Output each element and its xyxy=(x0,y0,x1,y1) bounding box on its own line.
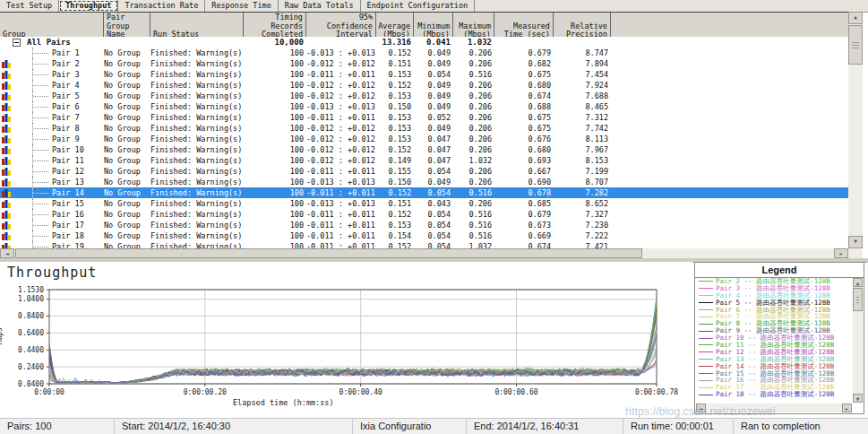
cell-filler xyxy=(611,220,848,230)
cell-minimum: 0.047 xyxy=(414,144,453,155)
column-header-pair-group-name[interactable]: Pair Group Name xyxy=(104,13,150,40)
cell-records: 100 xyxy=(244,230,306,241)
table-row-pair-7[interactable]: Pair 7No GroupFinished: Warning(s)100-0.… xyxy=(0,112,848,123)
scroll-left-button[interactable]: ◄ xyxy=(696,404,706,412)
column-header-confidence[interactable]: 95% Confidence Interval xyxy=(306,13,376,40)
legend-line-sample xyxy=(699,366,713,367)
table-row-pair-8[interactable]: Pair 8No GroupFinished: Warning(s)100-0.… xyxy=(0,123,848,134)
cell-confidence-interval: -0.011 : +0.011 xyxy=(306,220,376,230)
cell-measured-time: 0.667 xyxy=(494,166,554,177)
table-row-pair-1[interactable]: Pair 1No GroupFinished: Warning(s)100-0.… xyxy=(0,48,848,58)
group-cell: Pair 18 xyxy=(0,230,104,241)
group-cell: Pair 7 xyxy=(0,112,104,123)
collapse-icon[interactable] xyxy=(13,39,21,47)
cell-records: 100 xyxy=(244,48,306,58)
cell-filler xyxy=(611,187,848,198)
scroll-down-button[interactable]: ▼ xyxy=(853,394,863,403)
cell-confidence-interval: -0.011 : +0.011 xyxy=(306,69,376,80)
table-row-pair-15[interactable]: Pair 15No GroupFinished: Warning(s)100-0… xyxy=(0,198,848,209)
cell-maximum: 0.516 xyxy=(453,220,494,230)
scroll-right-button[interactable]: ► xyxy=(842,404,852,412)
cell-group: No Group xyxy=(104,187,150,198)
table-row-pair-19[interactable]: Pair 19No GroupFinished: Warning(s)100-0… xyxy=(0,241,848,248)
table-row-pair-5[interactable]: Pair 5No GroupFinished: Warning(s)100-0.… xyxy=(0,91,848,101)
cell-filler xyxy=(611,198,848,209)
column-header-timing-records[interactable]: Timing Records Completed xyxy=(244,13,306,40)
table-row-pair-18[interactable]: Pair 18No GroupFinished: Warning(s)100-0… xyxy=(0,230,848,241)
column-header-precision[interactable]: Relative Precision xyxy=(554,13,611,40)
table-row-all-pairs[interactable]: All Pairs 10,000 13.316 0.041 1.032 xyxy=(0,37,848,48)
status-completion: Ran to completion xyxy=(734,419,868,434)
table-row-pair-9[interactable]: Pair 9No GroupFinished: Warning(s)100-0.… xyxy=(0,134,848,144)
y-tick-label: 0.4400 xyxy=(18,346,44,354)
tree-line xyxy=(33,236,48,237)
group-cell: Pair 4 xyxy=(0,80,104,91)
legend-line-sample xyxy=(699,288,713,289)
table-row-pair-16[interactable]: Pair 16No GroupFinished: Warning(s)100-0… xyxy=(0,209,848,220)
tree-line xyxy=(33,193,48,194)
cell-precision: 8.113 xyxy=(554,134,611,144)
cell-minimum: 0.054 xyxy=(414,220,453,230)
cell-average: 0.153 xyxy=(376,69,414,80)
column-header-minimum[interactable]: Minimum (Mbps) xyxy=(414,13,453,40)
scrollbar-thumb[interactable] xyxy=(848,25,863,65)
cell-run-status: Finished: Warning(s) xyxy=(150,58,244,69)
cell-average: 0.153 xyxy=(376,112,414,123)
pair-name: Pair 11 xyxy=(52,155,84,166)
scroll-down-button[interactable]: ▼ xyxy=(848,236,863,248)
scroll-up-button[interactable]: ▲ xyxy=(853,278,863,287)
cell-measured-time: 0.679 xyxy=(494,209,554,220)
pair-name: Pair 5 xyxy=(52,91,80,101)
scrollbar-thumb[interactable] xyxy=(853,288,863,311)
cell-measured-time: 0.690 xyxy=(494,177,554,187)
pair-name: Pair 15 xyxy=(52,198,84,209)
cell-maximum: 0.206 xyxy=(453,134,494,144)
legend-horizontal-scrollbar[interactable]: ◄ ► xyxy=(696,404,852,412)
table-vertical-scrollbar[interactable]: ▲ ▼ xyxy=(848,12,863,248)
cell-confidence-interval: -0.011 : +0.011 xyxy=(306,241,376,248)
scrollbar-corner xyxy=(848,248,863,258)
cell-group: No Group xyxy=(104,123,150,134)
group-cell: Pair 6 xyxy=(0,101,104,112)
column-header-maximum[interactable]: Maximum (Mbps) xyxy=(453,13,494,40)
table-row-pair-14[interactable]: Pair 14No GroupFinished: Warning(s)100-0… xyxy=(0,187,848,198)
cell-measured-time: 0.682 xyxy=(494,58,554,69)
scrollbar-thumb[interactable] xyxy=(15,248,642,258)
tab-throughput[interactable]: Throughput xyxy=(59,0,118,12)
legend-item-pair-18[interactable]: Pair 18 -- 路由器吞吐量测试-128B xyxy=(697,391,851,398)
status-run-time: Run time: 00:00:01 xyxy=(623,419,734,434)
legend-title: Legend xyxy=(695,263,864,278)
cell-filler xyxy=(611,144,848,155)
table-horizontal-scrollbar[interactable]: ◄ ► xyxy=(0,248,848,258)
table-row-pair-10[interactable]: Pair 10No GroupFinished: Warning(s)100-0… xyxy=(0,144,848,155)
cell-maximum: 0.206 xyxy=(453,58,494,69)
group-cell: Pair 17 xyxy=(0,220,104,230)
table-row-pair-3[interactable]: Pair 3No GroupFinished: Warning(s)100-0.… xyxy=(0,69,848,80)
tree-line xyxy=(33,150,48,151)
tab-transaction-rate[interactable]: Transaction Rate xyxy=(118,0,205,12)
legend-vertical-scrollbar[interactable]: ▲ ▼ xyxy=(853,278,863,403)
scroll-right-button[interactable]: ► xyxy=(834,248,848,258)
tab-test-setup[interactable]: Test Setup xyxy=(0,0,59,12)
table-row-pair-11[interactable]: Pair 11No GroupFinished: Warning(s)100-0… xyxy=(0,155,848,166)
table-row-pair-2[interactable]: Pair 2No GroupFinished: Warning(s)100-0.… xyxy=(0,58,848,69)
table-row-pair-17[interactable]: Pair 17No GroupFinished: Warning(s)100-0… xyxy=(0,220,848,230)
tab-endpoint-configuration[interactable]: Endpoint Configuration xyxy=(361,0,476,12)
table-row-pair-12[interactable]: Pair 12No GroupFinished: Warning(s)100-0… xyxy=(0,166,848,177)
cell-filler xyxy=(611,177,848,187)
column-header-measured-time[interactable]: Measured Time (sec) xyxy=(494,13,554,40)
cell-measured-time: 0.678 xyxy=(494,187,554,198)
cell-run-status: Finished: Warning(s) xyxy=(150,134,244,144)
column-header-average[interactable]: Average (Mbps) xyxy=(376,13,414,40)
scroll-left-button[interactable]: ◄ xyxy=(0,248,14,258)
scroll-up-button[interactable]: ▲ xyxy=(848,12,863,24)
tab-raw-data-totals[interactable]: Raw Data Totals xyxy=(279,0,361,12)
bar-chart-icon xyxy=(2,91,11,101)
table-row-pair-6[interactable]: Pair 6No GroupFinished: Warning(s)100-0.… xyxy=(0,101,848,112)
table-row-pair-13[interactable]: Pair 13No GroupFinished: Warning(s)100-0… xyxy=(0,177,848,187)
column-header-group[interactable]: Group xyxy=(0,13,104,40)
series-line xyxy=(49,349,657,383)
table-row-pair-4[interactable]: Pair 4No GroupFinished: Warning(s)100-0.… xyxy=(0,80,848,91)
column-header-run-status[interactable]: Run Status xyxy=(150,13,244,40)
tab-response-time[interactable]: Response Time xyxy=(205,0,279,12)
